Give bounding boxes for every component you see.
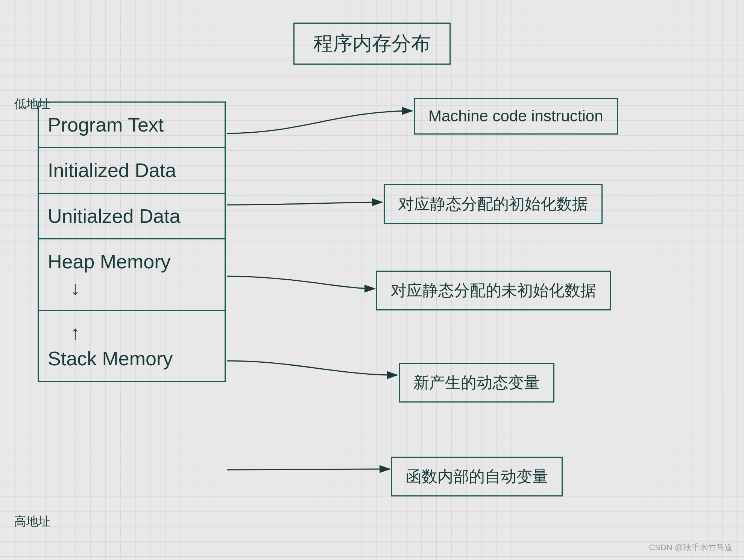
annotation-uninit-data-text: 对应静态分配的未初始化数据 bbox=[391, 282, 596, 299]
heap-down-arrow: ↓ bbox=[70, 277, 216, 299]
block-program-text: Program Text bbox=[39, 103, 225, 148]
block-uninitialized-data: Unitialzed Data bbox=[39, 194, 225, 239]
annotation-init-data: 对应静态分配的初始化数据 bbox=[384, 184, 603, 224]
block-program-text-label: Program Text bbox=[48, 114, 164, 136]
block-stack-memory: ↑ Stack Memory bbox=[39, 311, 225, 381]
block-initialized-data-label: Initialized Data bbox=[48, 159, 176, 181]
annotation-machine-code: Machine code instruction bbox=[414, 98, 618, 135]
annotation-heap-text: 新产生的动态变量 bbox=[413, 374, 540, 391]
annotation-stack-text: 函数内部的自动变量 bbox=[406, 468, 548, 485]
annotation-uninit-data: 对应静态分配的未初始化数据 bbox=[376, 271, 611, 310]
block-stack-memory-label: Stack Memory bbox=[48, 348, 173, 369]
annotation-heap: 新产生的动态变量 bbox=[399, 363, 554, 403]
page-title: 程序内存分布 bbox=[313, 32, 431, 54]
block-initialized-data: Initialized Data bbox=[39, 148, 225, 194]
annotation-init-data-text: 对应静态分配的初始化数据 bbox=[398, 195, 588, 213]
memory-blocks-container: Program Text Initialized Data Unitialzed… bbox=[38, 101, 226, 382]
block-uninitialized-data-label: Unitialzed Data bbox=[48, 205, 181, 227]
watermark: CSDN @秋千水竹马道 bbox=[649, 542, 733, 553]
block-heap-memory: Heap Memory ↓ bbox=[39, 239, 225, 310]
annotation-stack: 函数内部的自动变量 bbox=[391, 457, 563, 496]
annotation-machine-code-text: Machine code instruction bbox=[428, 107, 603, 125]
high-address-label: 高地址 bbox=[14, 513, 50, 530]
block-heap-memory-label: Heap Memory bbox=[48, 251, 171, 272]
title-box: 程序内存分布 bbox=[293, 23, 451, 65]
stack-up-arrow: ↑ bbox=[70, 321, 216, 344]
